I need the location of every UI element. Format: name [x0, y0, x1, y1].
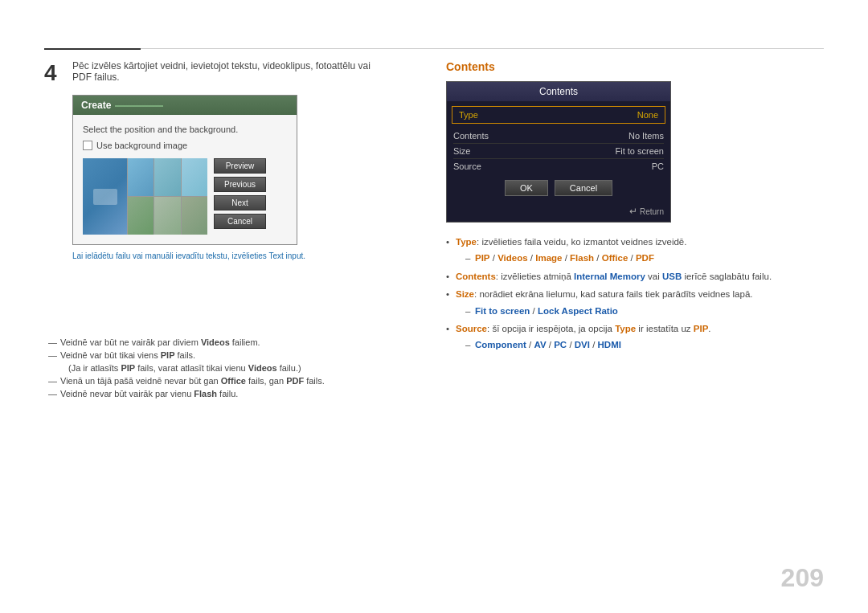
data-row-size: Size Fit to screen — [453, 144, 664, 159]
step-number: 4 — [44, 60, 57, 86]
data-rows: Contents No Items Size Fit to screen Sou… — [447, 129, 670, 174]
create-dialog-body: Select the position and the background. … — [73, 115, 297, 244]
modal-cancel-button[interactable]: Cancel — [555, 180, 612, 196]
step-text: Pēc izvēles kārtojiet veidni, ievietojot… — [72, 60, 378, 83]
note-suffix: . — [303, 251, 305, 260]
type-value: None — [637, 110, 658, 120]
contents-heading: Contents — [446, 60, 832, 73]
right-section: Contents Contents Type None Contents No … — [446, 60, 832, 356]
source-bold: Source — [456, 324, 487, 333]
note-4: Veidnē nevar būt vairāk par vienu Flash … — [44, 389, 824, 398]
thumb-3 — [182, 158, 207, 196]
checkbox-icon[interactable] — [83, 141, 92, 150]
create-dialog: Create Select the position and the backg… — [72, 95, 297, 245]
bullet-list: Type: izvēlieties faila veidu, ko izmant… — [446, 235, 832, 353]
main-image — [83, 158, 127, 235]
bullet-type: Type: izvēlieties faila veidu, ko izmant… — [446, 235, 832, 266]
modal-return: ↵ Return — [447, 202, 670, 222]
return-label: Return — [640, 207, 664, 216]
return-arrow-icon: ↵ — [629, 206, 637, 217]
preview-button[interactable]: Preview — [214, 158, 266, 174]
checkbox-label: Use background image — [96, 141, 187, 150]
previous-button[interactable]: Previous — [214, 177, 266, 192]
thumb-5 — [154, 197, 180, 235]
size-sub-item: Fit to screen / Lock Aspect Ratio — [465, 304, 832, 318]
contents-modal-title: Contents — [447, 82, 670, 101]
text-input-link[interactable]: Text input — [268, 251, 303, 260]
bullet-size: Size: norādiet ekrāna lielumu, kad satur… — [446, 287, 832, 318]
image-grid-area — [83, 158, 207, 235]
note-3: Vienā un tājā pašā veidnē nevar būt gan … — [44, 376, 824, 386]
top-line-accent — [44, 48, 141, 50]
note-2: Veidnē var būt tikai viens PIP fails. — [44, 350, 824, 360]
next-button[interactable]: Next — [214, 195, 266, 210]
modal-ok-button[interactable]: OK — [505, 180, 548, 196]
note-prefix: Lai ielādētu failu vai manuāli ievadītu … — [72, 251, 267, 260]
size-sublist: Fit to screen / Lock Aspect Ratio — [456, 304, 832, 318]
note-1: Veidnē var būt ne vairāk par diviem Vide… — [44, 337, 824, 347]
contents-modal-body: Type None Contents No Items Size Fit to … — [447, 106, 670, 222]
notes-section: Veidnē var būt ne vairāk par diviem Vide… — [44, 337, 824, 402]
modal-buttons: OK Cancel — [447, 174, 670, 202]
contents-bold: Contents — [456, 272, 496, 281]
use-bg-checkbox[interactable]: Use background image — [83, 141, 287, 150]
size-bold: Size — [456, 289, 474, 299]
thumb-6 — [182, 197, 207, 235]
left-section: Pēc izvēles kārtojiet veidni, ievietojot… — [72, 60, 378, 260]
type-sub-item: PIP / Videos / Image / Flash / Office / … — [465, 251, 832, 265]
buttons-column: Preview Previous Next Cancel — [214, 158, 266, 235]
data-row-source: Source PC — [453, 159, 664, 174]
type-label: Type — [459, 110, 478, 120]
dialog-content-area: Preview Previous Next Cancel — [83, 158, 287, 235]
top-line — [44, 48, 824, 49]
note-2-sub: (Ja ir atlasīts PIP fails, varat atlasīt… — [44, 363, 824, 373]
thumb-1 — [128, 158, 154, 196]
type-sublist: PIP / Videos / Image / Flash / Office / … — [456, 251, 832, 265]
dialog-note: Lai ielādētu failu vai manuāli ievadītu … — [72, 251, 378, 260]
page-number: 209 — [781, 563, 824, 593]
type-row: Type None — [452, 106, 665, 124]
create-dialog-label: Select the position and the background. — [83, 125, 287, 134]
contents-modal: Contents Type None Contents No Items Siz… — [446, 81, 671, 223]
data-row-contents: Contents No Items — [453, 129, 664, 144]
bullet-contents: Contents: izvēlieties atmiņā Internal Me… — [446, 269, 832, 284]
thumb-2 — [154, 158, 180, 196]
cancel-button[interactable]: Cancel — [214, 214, 266, 229]
thumb-4 — [128, 197, 154, 235]
create-dialog-title: Create — [73, 96, 297, 115]
type-bold: Type — [456, 237, 477, 247]
